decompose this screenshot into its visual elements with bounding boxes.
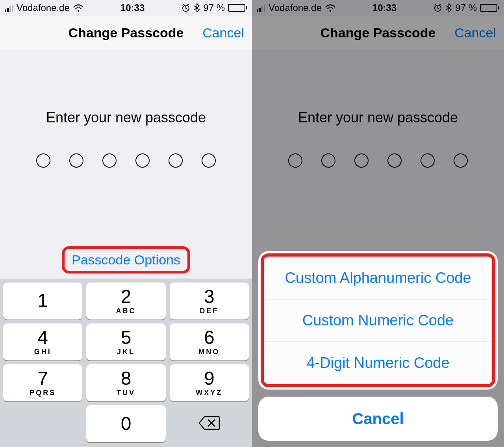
screen-right: Vodafone.de 10:33 97 % xyxy=(252,0,504,447)
option-4digit-numeric[interactable]: 4-Digit Numeric Code xyxy=(264,342,492,384)
options-highlight: Custom Alphanumeric Code Custom Numeric … xyxy=(261,253,495,387)
status-bar: Vodafone.de 10:33 97 % xyxy=(0,0,252,16)
key-3[interactable]: 3 DEF xyxy=(170,283,249,320)
carrier-label: Vodafone.de xyxy=(17,2,70,13)
key-0[interactable]: 0 xyxy=(86,405,165,442)
battery-icon xyxy=(228,4,247,12)
passcode-dot xyxy=(102,153,117,168)
key-9[interactable]: 9 WXYZ xyxy=(170,364,249,401)
backspace-icon xyxy=(198,415,220,432)
key-6[interactable]: 6 MNO xyxy=(170,323,249,360)
sheet-cancel-button[interactable]: Cancel xyxy=(258,397,498,441)
passcode-dot xyxy=(202,153,216,168)
nav-bar: Change Passcode Cancel xyxy=(0,16,252,50)
key-empty xyxy=(3,405,82,442)
prompt-area: Enter your new passcode Passcode Options xyxy=(0,50,252,273)
key-4[interactable]: 4 GHI xyxy=(3,323,82,360)
passcode-options-button[interactable]: Passcode Options xyxy=(62,246,190,273)
status-time: 10:33 xyxy=(84,2,181,13)
sheet-options-group: Custom Alphanumeric Code Custom Numeric … xyxy=(258,251,498,390)
passcode-dot xyxy=(36,153,50,168)
option-custom-alphanumeric[interactable]: Custom Alphanumeric Code xyxy=(264,257,492,299)
battery-pct: 97 % xyxy=(203,2,225,13)
option-custom-numeric[interactable]: Custom Numeric Code xyxy=(264,299,492,342)
passcode-dot xyxy=(169,153,183,168)
screen-left: Vodafone.de 10:33 97 % xyxy=(0,0,252,447)
signal-icon xyxy=(5,4,13,12)
passcode-dot xyxy=(69,153,83,168)
action-sheet: Custom Alphanumeric Code Custom Numeric … xyxy=(258,251,498,441)
cancel-button[interactable]: Cancel xyxy=(202,25,244,41)
key-delete[interactable] xyxy=(170,405,249,442)
wifi-icon xyxy=(73,4,84,12)
key-1[interactable]: 1 xyxy=(3,283,82,320)
key-5[interactable]: 5 JKL xyxy=(86,323,165,360)
key-2[interactable]: 2 ABC xyxy=(86,283,165,320)
key-7[interactable]: 7 PQRS xyxy=(3,364,82,401)
numeric-keypad: 1 2 ABC 3 DEF 4 GHI 5 J xyxy=(0,279,252,447)
passcode-dots xyxy=(0,153,252,168)
page-title: Change Passcode xyxy=(69,25,184,41)
alarm-icon xyxy=(181,3,191,13)
passcode-dot xyxy=(135,153,150,168)
prompt-text: Enter your new passcode xyxy=(0,109,252,126)
key-8[interactable]: 8 TUV xyxy=(86,364,165,401)
bluetooth-icon xyxy=(194,3,200,13)
